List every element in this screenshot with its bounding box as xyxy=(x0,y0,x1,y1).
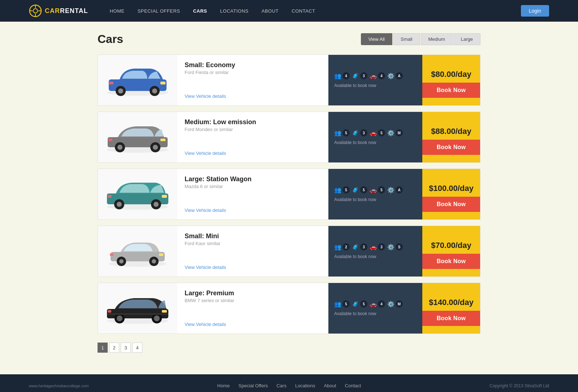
nav-about[interactable]: ABOUT xyxy=(262,8,279,14)
footer-url: www.heritagechristiancollege.com xyxy=(29,384,89,388)
passenger-count-0: 4 xyxy=(342,72,350,79)
door-count-3: 3 xyxy=(378,243,385,251)
page-2[interactable]: 2 xyxy=(109,343,119,353)
transmission-icon-1: ⚙️ xyxy=(387,130,394,136)
filter-view-all[interactable]: View All xyxy=(361,33,392,45)
car-link-4[interactable]: View Vehicle details xyxy=(185,322,321,327)
header: CARRENTAL HOME SPECIAL OFFERS CARS LOCAT… xyxy=(0,0,578,22)
features-row-1: 👥 5 🧳 3 🚗 5 ⚙️ M xyxy=(334,129,417,136)
svg-point-1 xyxy=(33,9,38,13)
car-name-0: Small: Economy xyxy=(185,61,321,69)
passenger-count-4: 5 xyxy=(342,300,350,308)
passenger-icon-2: 👥 xyxy=(334,187,341,193)
luggage-count-2: 5 xyxy=(360,186,367,193)
nav-home[interactable]: HOME xyxy=(110,8,125,14)
passenger-count-2: 5 xyxy=(342,186,350,193)
nav-locations[interactable]: LOCATIONS xyxy=(220,8,249,14)
book-btn-4[interactable]: Book Now xyxy=(422,311,480,326)
car-price-2: $100.00/day Book Now xyxy=(422,169,480,219)
door-badge-0: 🚗 4 xyxy=(370,72,385,79)
car-info-2: Large: Station Wagon Mazda 6 or similar … xyxy=(177,169,328,219)
price-0: $80.00/day xyxy=(427,62,475,83)
transmission-badge-2: ⚙️ A xyxy=(387,186,403,193)
page-3[interactable]: 3 xyxy=(121,343,131,353)
footer-copyright: Copyright © 2013 StivaSoft Ltd xyxy=(489,383,549,388)
svg-rect-20 xyxy=(160,139,165,141)
luggage-badge-0: 🧳 3 xyxy=(352,72,367,79)
filter-large[interactable]: Large xyxy=(453,33,480,45)
footer-nav-special[interactable]: Special Offers xyxy=(238,383,268,388)
nav-contact[interactable]: CONTACT xyxy=(292,8,315,14)
price-4: $140.00/day xyxy=(425,291,477,311)
nav-special-offers[interactable]: SPECIAL OFFERS xyxy=(138,8,180,14)
luggage-badge-1: 🧳 3 xyxy=(352,129,367,136)
passenger-badge-3: 👥 2 xyxy=(334,243,350,251)
main-content: Cars View All Small Medium Large xyxy=(90,22,488,367)
door-count-4: 4 xyxy=(378,300,385,308)
footer-nav-cars[interactable]: Cars xyxy=(276,383,286,388)
transmission-letter-3: S xyxy=(396,243,403,251)
footer: www.heritagechristiancollege.com Home Sp… xyxy=(0,374,578,392)
page-4[interactable]: 4 xyxy=(132,343,142,353)
login-button[interactable]: Login xyxy=(521,5,549,17)
footer-nav-about[interactable]: About xyxy=(324,383,336,388)
car-link-3[interactable]: View Vehicle details xyxy=(185,265,321,270)
book-btn-3[interactable]: Book Now xyxy=(422,254,480,269)
passenger-icon-0: 👥 xyxy=(334,73,341,79)
luggage-badge-3: 🧳 3 xyxy=(352,243,367,251)
book-btn-0[interactable]: Book Now xyxy=(422,83,480,98)
door-count-1: 5 xyxy=(378,129,385,136)
logo[interactable]: CARRENTAL xyxy=(29,4,88,17)
availability-3: Available to book now xyxy=(334,254,417,259)
car-link-2[interactable]: View Vehicle details xyxy=(185,208,321,213)
transmission-badge-3: ⚙️ S xyxy=(387,243,403,251)
book-btn-2[interactable]: Book Now xyxy=(422,197,480,212)
passenger-count-1: 5 xyxy=(342,129,350,136)
footer-nav-locations[interactable]: Locations xyxy=(295,383,315,388)
car-name-1: Medium: Low emission xyxy=(185,118,321,126)
nav-cars[interactable]: CARS xyxy=(193,8,207,14)
svg-point-9 xyxy=(118,88,123,93)
door-count-0: 4 xyxy=(378,72,385,79)
car-price-4: $140.00/day Book Now xyxy=(422,283,480,334)
footer-nav-home[interactable]: Home xyxy=(217,383,230,388)
passenger-icon-1: 👥 xyxy=(334,130,341,136)
car-illustration-mini xyxy=(103,233,172,269)
car-illustration-premium xyxy=(103,290,172,326)
svg-point-43 xyxy=(154,315,160,321)
svg-rect-12 xyxy=(160,82,165,84)
page-1[interactable]: 1 xyxy=(98,343,108,353)
transmission-icon-2: ⚙️ xyxy=(387,187,394,193)
svg-point-25 xyxy=(117,202,122,207)
car-link-0[interactable]: View Vehicle details xyxy=(185,93,321,99)
svg-rect-28 xyxy=(162,195,167,198)
luggage-icon-4: 🧳 xyxy=(352,301,359,308)
luggage-count-0: 3 xyxy=(360,72,367,79)
car-image-medium xyxy=(98,112,177,162)
footer-nav-contact[interactable]: Contact xyxy=(345,383,361,388)
door-icon-3: 🚗 xyxy=(370,244,377,251)
car-features-4: 👥 5 🧳 5 🚗 4 ⚙️ M Available to book now xyxy=(328,283,422,334)
price-1: $88.00/day xyxy=(427,119,475,140)
page-title: Cars xyxy=(98,32,123,46)
main-nav: HOME SPECIAL OFFERS CARS LOCATIONS ABOUT… xyxy=(110,5,549,17)
book-btn-1[interactable]: Book Now xyxy=(422,140,480,155)
luggage-icon-1: 🧳 xyxy=(352,130,359,136)
car-features-0: 👥 4 🧳 3 🚗 4 ⚙️ A Available to book now xyxy=(328,55,422,105)
filter-buttons: View All Small Medium Large xyxy=(361,33,480,45)
availability-0: Available to book now xyxy=(334,83,417,88)
svg-point-41 xyxy=(117,315,122,321)
filter-small[interactable]: Small xyxy=(393,33,420,45)
passenger-icon-4: 👥 xyxy=(334,301,341,308)
door-badge-3: 🚗 3 xyxy=(370,243,385,251)
car-illustration-medium xyxy=(103,119,172,155)
car-card-4: Large: Premium BMW 7 series or similar V… xyxy=(98,283,480,334)
car-link-1[interactable]: View Vehicle details xyxy=(185,151,321,156)
door-icon-4: 🚗 xyxy=(370,301,377,308)
door-badge-4: 🚗 4 xyxy=(370,300,385,308)
car-info-1: Medium: Low emission Ford Mondeo or simi… xyxy=(177,112,328,162)
door-icon-2: 🚗 xyxy=(370,187,377,193)
car-features-2: 👥 5 🧳 5 🚗 5 ⚙️ A Available to book now xyxy=(328,169,422,219)
car-model-3: Ford Kaor similar xyxy=(185,241,321,246)
filter-medium[interactable]: Medium xyxy=(421,33,453,45)
